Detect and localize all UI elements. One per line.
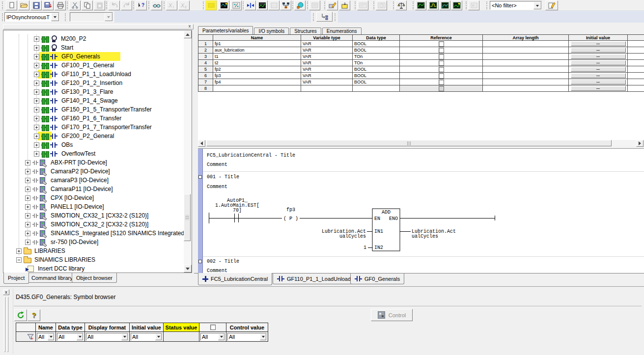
variable-name-cell[interactable]: fp3	[213, 73, 301, 79]
scroll-thumb[interactable]	[206, 140, 612, 146]
connect-target-button[interactable]	[205, 0, 217, 10]
expand-icon[interactable]	[34, 134, 39, 139]
network2-comment[interactable]: Comment	[207, 268, 227, 273]
expand-icon[interactable]	[34, 107, 39, 112]
expand-icon[interactable]	[34, 36, 39, 42]
initial-value-button[interactable]	[571, 67, 626, 72]
reference-checkbox[interactable]	[439, 54, 444, 59]
scroll-thumb[interactable]	[184, 194, 191, 241]
reference-checkbox[interactable]	[439, 67, 444, 72]
tree-item-gf140[interactable]: GF140_P1_4_Swage	[34, 96, 119, 105]
tree-item-gf100[interactable]: GF100_P1_General	[34, 61, 115, 70]
reference-checkbox[interactable]	[439, 60, 444, 66]
tree-item-panel1[interactable]: PANEL1 [IO-Device]	[25, 202, 105, 211]
ladder-network-graphic[interactable]: AutoP1_ 1.AutoMain.EST[ 70] fp3 ( P ) AD…	[198, 190, 644, 256]
tree-item-gf160[interactable]: GF160_P1_6_Transfer	[34, 114, 122, 123]
expand-icon[interactable]	[25, 204, 30, 210]
variable-name-cell[interactable]: t2	[213, 60, 301, 66]
initial-value-button[interactable]	[571, 60, 626, 65]
expand-icon[interactable]	[34, 63, 39, 68]
select-all-checkbox[interactable]	[210, 325, 216, 330]
view-button[interactable]	[151, 0, 162, 10]
navigator-grip-bar[interactable]	[3, 24, 194, 29]
tree-item-simotion-cx32-1[interactable]: SIMOTION_CX32_1 [CX32-2 (S120)]	[25, 211, 149, 220]
assign-device-button[interactable]	[327, 0, 338, 10]
tab-io-symbols[interactable]: I/O symbols	[254, 27, 289, 34]
expand-icon[interactable]	[34, 72, 39, 77]
filter-initial-value-select[interactable]: All	[131, 333, 162, 341]
trace-1-button[interactable]	[415, 0, 426, 10]
trace-3-button[interactable]	[439, 0, 450, 10]
tree-item-obs[interactable]: OBs	[34, 140, 74, 149]
expand-icon[interactable]	[34, 89, 39, 95]
editor-button[interactable]	[309, 0, 320, 10]
tab-fc5-lubricationcentral[interactable]: FC5_LubricationCentral	[198, 273, 272, 285]
tab-gf0-generals[interactable]: GF0_Generals	[350, 273, 404, 284]
tab-project[interactable]: Project	[3, 273, 29, 284]
initial-value-button[interactable]	[571, 73, 626, 78]
tree-item-simotion-cx32-2[interactable]: SIMOTION_CX32_2 [CX32-2 (S120)]	[25, 220, 149, 229]
tab-parameters-variables[interactable]: Parameters/variables	[198, 26, 253, 34]
variables-hscrollbar[interactable]	[198, 139, 644, 147]
time-sync-button[interactable]	[376, 0, 387, 10]
expand-icon[interactable]	[25, 222, 30, 227]
variable-name-cell[interactable]: fp2	[213, 66, 301, 73]
lad-editor[interactable]: FC5_LubricationCentral - Title Comment 0…	[198, 148, 644, 273]
tree-item-overflowtest[interactable]: OverflowTest	[34, 149, 96, 158]
variable-name-cell[interactable]: fp4	[213, 79, 301, 85]
unit-title[interactable]: FC5_LubricationCentral - Title	[207, 153, 295, 158]
accept-i-variables-button[interactable]: XI	[166, 0, 177, 10]
control-button[interactable]: Control	[371, 309, 413, 321]
panel-drag-grip[interactable]	[4, 297, 5, 352]
cut-button[interactable]	[69, 0, 81, 10]
expand-icon[interactable]	[34, 81, 39, 86]
tree-item-camarap3[interactable]: camaraP3 [IO-Device]	[25, 176, 110, 185]
insert-network-button[interactable]	[316, 12, 333, 22]
tree-item-abx-prt[interactable]: ABX-PRT [IO-Device]	[25, 158, 108, 167]
tab-gf110-loadunload[interactable]: GF110_P1_1_LoadUnload	[273, 273, 355, 284]
filter-select-all-select[interactable]: All	[200, 333, 225, 341]
help-button[interactable]: ?	[28, 309, 40, 321]
tree-item-camarap2[interactable]: CamaraP2 [IO-Device]	[25, 167, 111, 176]
panel-close-button[interactable]: x	[3, 289, 9, 295]
expand-icon[interactable]	[25, 187, 30, 192]
expand-icon[interactable]	[34, 142, 39, 148]
tree-item-libraries[interactable]: LIBRARIES	[16, 246, 66, 255]
tree-item-insert-dcc-library[interactable]: Insert DCC library	[28, 264, 85, 273]
redo-button[interactable]	[121, 0, 132, 10]
panel-drag-grip[interactable]	[7, 297, 8, 352]
topology-button[interactable]	[280, 0, 291, 10]
network-collapse-box[interactable]	[198, 175, 202, 179]
placeholder-button[interactable]	[268, 0, 280, 10]
expand-icon[interactable]	[25, 160, 30, 165]
restore-button[interactable]: R	[468, 0, 479, 10]
reference-checkbox[interactable]	[439, 80, 444, 85]
tab-structures[interactable]: Structures	[290, 27, 321, 34]
trace-2-button[interactable]	[427, 0, 439, 10]
scroll-down-button[interactable]	[184, 265, 192, 273]
tree-item-gf130[interactable]: GF130_P1_3_Flare	[34, 87, 114, 96]
initial-value-button[interactable]	[571, 54, 626, 59]
detail-view-button[interactable]	[357, 0, 368, 10]
context-help-button[interactable]: ?	[136, 0, 147, 10]
filter-data-type-select[interactable]: All	[57, 333, 84, 341]
tree-item-sr-750[interactable]: sr-750 [IO-Device]	[25, 238, 99, 246]
trace-4-button[interactable]	[451, 0, 462, 10]
variable-name-cell[interactable]: aux_lubrication	[213, 47, 301, 54]
variable-name-cell[interactable]: fp1	[213, 41, 301, 47]
tree-item-camarap11[interactable]: CamaraP11 [IO-Device]	[25, 185, 114, 193]
filter-combobox-arrow[interactable]	[533, 1, 541, 9]
expand-icon[interactable]	[34, 125, 39, 130]
filter-control-value-select[interactable]: All	[227, 333, 267, 341]
copy-button[interactable]	[82, 0, 93, 10]
variable-name-cell[interactable]	[213, 85, 301, 92]
collapse-icon[interactable]	[16, 257, 22, 263]
save-button[interactable]	[30, 0, 42, 10]
undo-button[interactable]	[109, 0, 120, 10]
execution-level-arrow[interactable]	[51, 13, 59, 21]
scroll-left-button[interactable]	[198, 140, 205, 147]
accept-e-variables-button[interactable]: XE	[178, 0, 190, 10]
tree-item-cpx[interactable]: CPX [IO-Device]	[25, 193, 95, 202]
navigator-close-button[interactable]: x	[187, 25, 193, 29]
new-button[interactable]	[6, 0, 17, 10]
